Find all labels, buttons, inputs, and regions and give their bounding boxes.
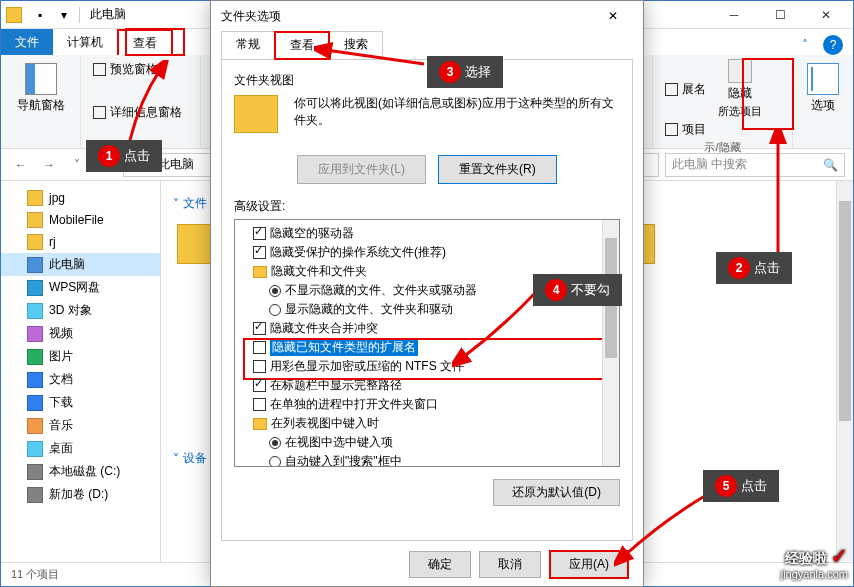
sidebar-item[interactable]: jpg [1, 187, 160, 209]
sidebar-item[interactable]: 音乐 [1, 414, 160, 437]
sidebar-item[interactable]: 文档 [1, 368, 160, 391]
window-scrollbar[interactable] [836, 181, 853, 561]
checkbox[interactable] [253, 246, 266, 259]
checkbox[interactable] [253, 379, 266, 392]
radio[interactable] [269, 456, 281, 468]
ribbon-group-panes: 导航窗格 [1, 55, 81, 148]
tree-label: 隐藏空的驱动器 [270, 225, 354, 242]
tab-computer[interactable]: 计算机 [53, 29, 117, 55]
sidebar-item-label: 下载 [49, 394, 73, 411]
sidebar-item-label: 桌面 [49, 440, 73, 457]
disk-icon [27, 464, 43, 480]
cancel-button[interactable]: 取消 [479, 551, 541, 578]
sidebar-item-label: 3D 对象 [49, 302, 92, 319]
chevron-down-icon: ˅ [173, 452, 179, 466]
dialog-footer: 确定 取消 应用(A) [211, 542, 643, 586]
tree-node[interactable]: 在单独的进程中打开文件夹窗口 [239, 395, 615, 414]
arrow-3 [314, 36, 434, 76]
doc-icon [27, 372, 43, 388]
sidebar-item[interactable]: 3D 对象 [1, 299, 160, 322]
image-icon [27, 349, 43, 365]
sidebar-item-label: 图片 [49, 348, 73, 365]
sidebar-item[interactable]: 下载 [1, 391, 160, 414]
radio[interactable] [269, 304, 281, 316]
ribbon-help: ˄ ? [795, 35, 853, 55]
restore-defaults-button[interactable]: 还原为默认值(D) [493, 479, 620, 506]
arrow-2 [760, 130, 800, 260]
sidebar-item[interactable]: 新加卷 (D:) [1, 483, 160, 506]
ext-checkbox[interactable]: 展名 [661, 79, 710, 100]
sidebar-item[interactable]: 桌面 [1, 437, 160, 460]
sidebar-item-label: MobileFile [49, 213, 104, 227]
apply-to-folders-button[interactable]: 应用到文件夹(L) [297, 155, 426, 184]
tree-label: 在视图中选中键入项 [285, 434, 393, 451]
check-icon: ✓ [831, 545, 848, 567]
music-icon [27, 418, 43, 434]
ribbon-group-options: 选项 [793, 55, 853, 148]
tree-scrollbar[interactable] [602, 220, 619, 466]
breadcrumb-item[interactable]: 此电脑 [158, 156, 194, 173]
sidebar-item[interactable]: MobileFile [1, 209, 160, 231]
checkbox[interactable] [253, 322, 266, 335]
nav-pane-button[interactable]: 导航窗格 [9, 59, 72, 118]
checkbox[interactable] [253, 341, 266, 354]
download-icon [27, 395, 43, 411]
dialog-tab-general[interactable]: 常规 [221, 31, 275, 60]
tree-label: 显示隐藏的文件、文件夹和驱动 [285, 301, 453, 318]
options-button[interactable]: 选项 [801, 59, 845, 118]
tree-node[interactable]: 隐藏文件夹合并冲突 [239, 319, 615, 338]
checkbox[interactable] [253, 227, 266, 240]
tree-node[interactable]: 在列表视图中键入时 [239, 414, 615, 433]
arrow-4 [452, 288, 542, 368]
annotation-5: 5点击 [703, 470, 779, 502]
checkbox[interactable] [253, 398, 266, 411]
settings-tree[interactable]: 隐藏空的驱动器隐藏受保护的操作系统文件(推荐)隐藏文件和文件夹不显示隐藏的文件、… [234, 219, 620, 467]
tab-file[interactable]: 文件 [1, 29, 53, 55]
sidebar-item-label: 此电脑 [49, 256, 85, 273]
dialog-titlebar: 文件夹选项 ✕ [211, 1, 643, 31]
chevron-down-icon: ˅ [173, 197, 179, 211]
sidebar-item-label: 视频 [49, 325, 73, 342]
close-button[interactable]: ✕ [803, 1, 849, 29]
tab-view[interactable]: 查看 [117, 29, 173, 55]
dialog-close-button[interactable]: ✕ [593, 3, 633, 29]
collapse-ribbon-icon[interactable]: ˄ [795, 35, 815, 55]
folder-icon [27, 234, 43, 250]
dialog-title: 文件夹选项 [221, 8, 281, 25]
back-button[interactable]: ← [9, 153, 33, 177]
ok-button[interactable]: 确定 [409, 551, 471, 578]
hide-button[interactable]: 隐藏 所选项目 [714, 59, 766, 119]
video-icon [27, 326, 43, 342]
checkbox[interactable] [253, 360, 266, 373]
advanced-settings: 高级设置: 隐藏空的驱动器隐藏受保护的操作系统文件(推荐)隐藏文件和文件夹不显示… [234, 198, 620, 506]
qat-dropdown-icon[interactable]: ▾ [53, 4, 75, 26]
help-icon[interactable]: ? [823, 35, 843, 55]
forward-button[interactable]: → [37, 153, 61, 177]
tree-node[interactable]: 隐藏受保护的操作系统文件(推荐) [239, 243, 615, 262]
folder-view-section: 文件夹视图 你可以将此视图(如详细信息或图标)应用于这种类型的所有文件夹。 应用… [234, 72, 620, 184]
sidebar-item[interactable]: rj [1, 231, 160, 253]
reset-folders-button[interactable]: 重置文件夹(R) [438, 155, 557, 184]
sidebar-item[interactable]: 图片 [1, 345, 160, 368]
folder-icon [5, 4, 27, 26]
annotation-4: 4不要勾 [533, 274, 622, 306]
search-input[interactable]: 此电脑 中搜索 🔍 [665, 153, 845, 177]
annotation-3: 3选择 [427, 56, 503, 88]
red-highlight-box [243, 338, 619, 380]
sidebar-item[interactable]: WPS网盘 [1, 276, 160, 299]
radio[interactable] [269, 285, 281, 297]
watermark: 经验啦✓ jingyanla.com [781, 544, 848, 581]
qat-button[interactable]: ▪ [29, 4, 51, 26]
sidebar-item[interactable]: 视频 [1, 322, 160, 345]
maximize-button[interactable]: ☐ [757, 1, 803, 29]
tree-node[interactable]: 在视图中选中键入项 [239, 433, 615, 452]
sidebar-item[interactable]: 此电脑 [1, 253, 160, 276]
item-checkbox[interactable]: 项目 [661, 119, 710, 140]
tree-node[interactable]: 自动键入到"搜索"框中 [239, 452, 615, 467]
minimize-button[interactable]: ─ [711, 1, 757, 29]
sidebar-item-label: 新加卷 (D:) [49, 486, 108, 503]
tree-node[interactable]: 隐藏空的驱动器 [239, 224, 615, 243]
radio[interactable] [269, 437, 281, 449]
sidebar-item[interactable]: 本地磁盘 (C:) [1, 460, 160, 483]
sidebar: jpgMobileFilerj此电脑WPS网盘3D 对象视频图片文档下载音乐桌面… [1, 181, 161, 562]
